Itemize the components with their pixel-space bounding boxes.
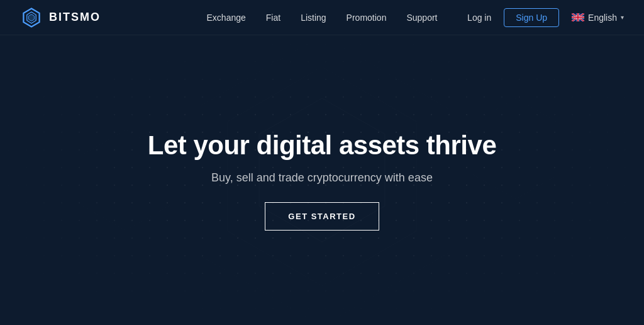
nav-promotion[interactable]: Promotion: [347, 13, 387, 23]
hero-content: Let your digital assets thrive Buy, sell…: [148, 130, 497, 231]
navbar: BITSMO Exchange Fiat Listing Promotion S…: [0, 0, 644, 35]
logo[interactable]: BITSMO: [20, 6, 101, 29]
language-label: English: [588, 13, 617, 23]
svg-marker-2: [29, 14, 35, 21]
brand-name: BITSMO: [49, 11, 101, 24]
hero-title: Let your digital assets thrive: [148, 130, 497, 161]
nav-links: Exchange Fiat Listing Promotion Support: [207, 13, 438, 23]
flag-icon: [572, 13, 584, 21]
signup-button[interactable]: Sign Up: [504, 8, 559, 27]
nav-support[interactable]: Support: [406, 13, 437, 23]
nav-fiat[interactable]: Fiat: [266, 13, 280, 23]
language-selector[interactable]: English ▾: [572, 13, 624, 23]
hero-section: Let your digital assets thrive Buy, sell…: [0, 35, 644, 325]
nav-actions: Log in Sign Up English ▾: [467, 8, 624, 27]
nav-listing[interactable]: Listing: [301, 13, 326, 23]
nav-exchange[interactable]: Exchange: [207, 13, 246, 23]
login-button[interactable]: Log in: [467, 13, 491, 23]
logo-icon: [20, 6, 43, 29]
get-started-button[interactable]: GET STARTED: [265, 202, 379, 231]
chevron-down-icon: ▾: [621, 14, 624, 21]
hero-subtitle: Buy, sell and trade cryptocurrency with …: [211, 171, 433, 185]
